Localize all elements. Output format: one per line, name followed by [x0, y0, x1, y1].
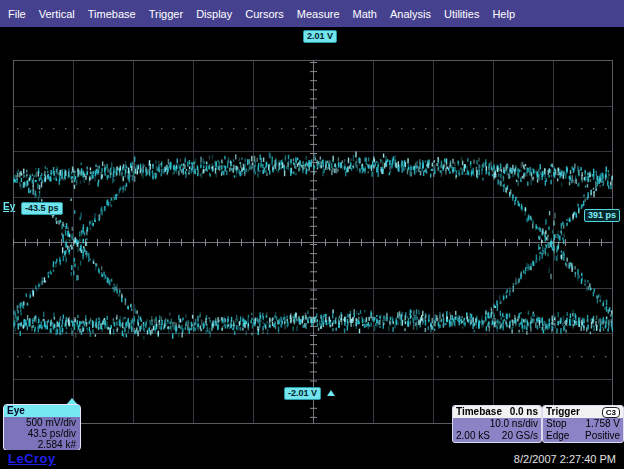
waveform-canvas: [13, 60, 613, 424]
menu-display[interactable]: Display: [196, 8, 232, 20]
cursor-badge-top-voltage[interactable]: 2.01 V: [303, 30, 337, 43]
trace-descriptor-eye[interactable]: Eye 500 mV/div 43.5 ps/div 2.584 k#: [3, 404, 81, 451]
timebase-rate: 20 GS/s: [502, 430, 538, 442]
status-bar: LeCroy 8/2/2007 2:27:40 PM: [0, 450, 624, 469]
menu-utilities[interactable]: Utilities: [444, 8, 479, 20]
timebase-scale: 10.0 ns/div: [490, 418, 538, 430]
menu-trigger[interactable]: Trigger: [149, 8, 183, 20]
cursor-badge-left-time[interactable]: -43.5 ps: [21, 202, 63, 215]
trigger-level: 1.758 V: [586, 418, 620, 430]
trigger-slope: Positive: [585, 430, 620, 442]
menu-help[interactable]: Help: [492, 8, 515, 20]
trigger-type: Edge: [546, 430, 569, 442]
timebase-title: Timebase: [456, 406, 502, 418]
timebase-panel[interactable]: Timebase 0.0 ns 10.0 ns/div 2.00 kS 20 G…: [452, 405, 542, 443]
cursor-marker-bottom-icon[interactable]: [327, 390, 335, 396]
menu-timebase[interactable]: Timebase: [88, 8, 136, 20]
menu-file[interactable]: File: [8, 8, 26, 20]
menu-vertical[interactable]: Vertical: [39, 8, 75, 20]
trigger-title: Trigger: [546, 406, 580, 418]
timestamp: 8/2/2007 2:27:40 PM: [514, 453, 616, 465]
trace-descriptor-title[interactable]: Eye: [4, 405, 80, 417]
trace-horizontal-scale: 43.5 ps/div: [4, 428, 80, 439]
menu-analysis[interactable]: Analysis: [390, 8, 431, 20]
menu-cursors[interactable]: Cursors: [245, 8, 284, 20]
trace-sweep-count: 2.584 k#: [4, 439, 80, 450]
cursor-badge-right-time[interactable]: 391 ps: [584, 209, 620, 222]
cursor-badge-bottom-voltage[interactable]: -2.01 V: [284, 387, 321, 400]
trace-label-eye[interactable]: Ey: [3, 201, 15, 212]
trace-vertical-scale: 500 mV/div: [4, 417, 80, 428]
graticule-area: [13, 60, 613, 424]
menu-math[interactable]: Math: [353, 8, 377, 20]
menubar: FileVerticalTimebaseTriggerDisplayCursor…: [0, 0, 624, 27]
timebase-offset: 0.0 ns: [510, 406, 538, 418]
trigger-mode: Stop: [546, 418, 567, 430]
trigger-panel[interactable]: Trigger C3 Stop 1.758 V Edge Positive: [542, 405, 624, 443]
lecroy-logo[interactable]: LeCroy: [8, 451, 56, 466]
menu-measure[interactable]: Measure: [297, 8, 340, 20]
timebase-samples: 2.00 kS: [456, 430, 490, 442]
trigger-source-badge[interactable]: C3: [602, 407, 620, 418]
